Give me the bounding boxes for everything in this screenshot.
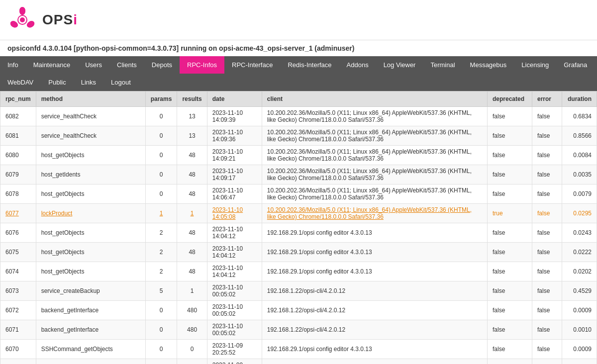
cell-date: 2023-11-10 00:05:02 [207,320,262,340]
cell-date: 2023-11-10 14:09:21 [207,146,262,165]
nav-item-messagebus[interactable]: Messagebus [463,56,514,74]
cell-error: false [532,301,562,320]
cell-client: 10.200.202.36/Mozilla/5.0 (X11; Linux x8… [262,204,487,223]
cell-method[interactable]: lockProduct [36,204,145,223]
cell-method: host_getObjects [36,184,145,204]
cell-params: 0 [145,165,177,184]
cell-method: host_getObjects [36,146,145,165]
nav-item-terminal[interactable]: Terminal [423,56,462,74]
cell-error: false [532,184,562,204]
table-row: 6075host_getObjects2482023-11-10 14:04:1… [0,243,597,262]
nav-item-webdav[interactable]: WebDAV [0,74,41,91]
cell-deprecated: false [488,184,532,204]
cell-duration: 0.0009 [562,340,597,359]
cell-results: 13 [177,126,207,146]
nav-item-log-viewer[interactable]: Log Viewer [376,56,423,74]
cell-client: 192.168.1.22/opsi-cli/4.2.0.12 [262,301,487,320]
cell-duration: 0.0080 [562,359,597,364]
cell-results: 48 [177,223,207,243]
header: OPSi [0,0,597,40]
cell-results: 48 [177,165,207,184]
cell-rpc-num: 6078 [0,184,36,204]
cell-rpc-num[interactable]: 6077 [0,204,36,223]
cell-client: 192.168.29.1/opsi config editor 4.3.0.13 [262,243,487,262]
cell-deprecated: false [488,281,532,301]
cell-date: 2023-11-10 14:09:36 [207,126,262,146]
cell-date: 2023-11-10 00:05:02 [207,301,262,320]
cell-deprecated: true [488,204,532,223]
cell-duration: 0.0035 [562,165,597,184]
cell-duration: 0.0010 [562,320,597,340]
svg-point-5 [26,20,36,29]
table-row: 6081service_healthCheck0132023-11-10 14:… [0,126,597,146]
nav-item-maintenance[interactable]: Maintenance [26,56,78,74]
cell-rpc-num: 6074 [0,262,36,281]
cell-date: 2023-11-10 00:05:02 [207,281,262,301]
col-header-duration: duration [562,91,597,107]
cell-client: 10.200.202.36/Mozilla/5.0 (X11; Linux x8… [262,126,487,146]
cell-method: backend_getInterface [36,301,145,320]
cell-client: 10.200.202.36/Mozilla/5.0 (X11; Linux x8… [262,146,487,165]
cell-results: 48 [177,184,207,204]
nav-item-depots[interactable]: Depots [144,56,180,74]
opsi-logo-icon [7,5,37,35]
cell-client: 10.200.202.36/Mozilla/5.0 (X11; Linux x8… [262,165,487,184]
cell-client: 192.168.29.1/opsi config editor 4.3.0.13 [262,223,487,243]
table-row: 6077lockProduct112023-11-10 14:05:0810.2… [0,204,597,223]
main-nav: InfoMaintenanceUsersClientsDepotsRPC-Inf… [0,56,597,91]
logo-container: OPSi [7,5,78,35]
nav-item-grafana[interactable]: Grafana [556,56,595,74]
subtitle: opsiconfd 4.3.0.104 [python-opsi-common=… [0,40,597,56]
cell-deprecated: false [488,146,532,165]
cell-deprecated: false [488,107,532,126]
cell-rpc-num: 6082 [0,107,36,126]
col-header-rpc-num: rpc_num [0,91,36,107]
cell-deprecated: false [488,262,532,281]
cell-params: 0 [145,126,177,146]
cell-error: false [532,340,562,359]
cell-deprecated: false [488,301,532,320]
cell-method: host_getObjects [36,262,145,281]
cell-error: false [532,359,562,364]
nav-item-rpc-infos[interactable]: RPC-Infos [180,56,224,74]
nav-item-licensing[interactable]: Licensing [514,56,556,74]
cell-rpc-num: 6069 [0,359,36,364]
cell-error: false [532,320,562,340]
nav-item-links[interactable]: Links [74,74,103,91]
nav-item-users[interactable]: Users [78,56,109,74]
cell-method: host_getMessagebusConnectedIds [36,359,145,364]
cell-params: 2 [145,223,177,243]
nav-item-public[interactable]: Public [41,74,73,91]
cell-params: 5 [145,281,177,301]
cell-date: 2023-11-10 14:06:47 [207,184,262,204]
cell-client: 192.168.29.1/opsi config editor 4.3.0.13 [262,262,487,281]
cell-results: 1 [177,204,207,223]
nav-item-info[interactable]: Info [0,56,26,74]
nav-item-redis-interface[interactable]: Redis-Interface [280,56,339,74]
nav-item-addons[interactable]: Addons [339,56,376,74]
cell-duration: 0.0243 [562,223,597,243]
cell-date: 2023-11-10 14:04:12 [207,223,262,243]
cell-method: service_createBackup [36,281,145,301]
cell-results: 480 [177,301,207,320]
table-row: 6069host_getMessagebusConnectedIds002023… [0,359,597,364]
table-row: 6079host_getIdents0482023-11-10 14:09:17… [0,165,597,184]
table-row: 6074host_getObjects2482023-11-10 14:04:1… [0,262,597,281]
nav-item-logout[interactable]: Logout [103,74,138,91]
cell-results: 0 [177,359,207,364]
table-row: 6082service_healthCheck0132023-11-10 14:… [0,107,597,126]
cell-date: 2023-11-10 14:09:39 [207,107,262,126]
cell-rpc-num: 6079 [0,165,36,184]
nav-item-rpc-interface[interactable]: RPC-Interface [224,56,280,74]
cell-error: false [532,281,562,301]
nav-item-clients[interactable]: Clients [109,56,144,74]
cell-results: 1 [177,281,207,301]
cell-client: 10.200.202.36/Mozilla/5.0 (X11; Linux x8… [262,184,487,204]
cell-deprecated: false [488,359,532,364]
cell-rpc-num: 6070 [0,340,36,359]
cell-error: false [532,243,562,262]
col-header-deprecated: deprecated [488,91,532,107]
cell-client: 192.168.1.22/opsi-cli/4.2.0.12 [262,281,487,301]
cell-client: 192.168.1.22/opsi-cli/4.2.0.12 [262,320,487,340]
nav-row1: InfoMaintenanceUsersClientsDepotsRPC-Inf… [0,56,595,74]
